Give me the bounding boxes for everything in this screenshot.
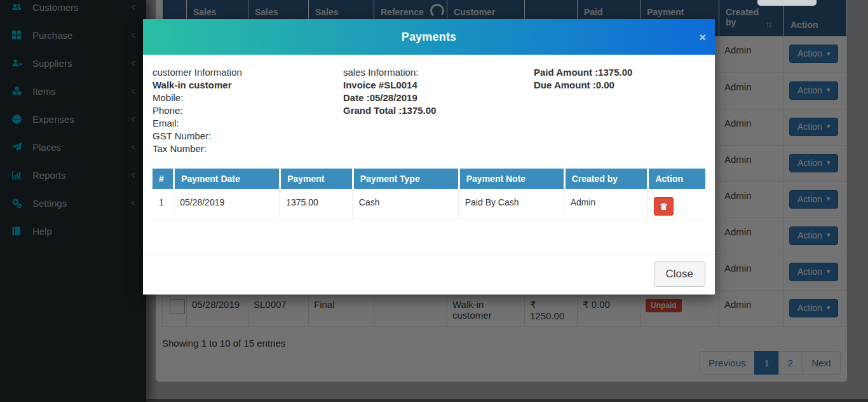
payment-cell-created-by: Admin (564, 189, 648, 219)
sales-info-heading: sales Information: (343, 66, 534, 79)
modal-body: customer Information Walk-in customer Mo… (143, 55, 715, 254)
modal-header: Payments × (143, 19, 715, 55)
app-window: SalesSalesSalesReferenceCustomerPaidPaym… (0, 0, 868, 402)
payment-cell-date: 05/28/2019 (173, 189, 279, 219)
payments-column-header: # (153, 169, 173, 189)
modal-title: Payments (402, 31, 457, 44)
customer-information: customer Information Walk-in customer Mo… (153, 66, 343, 155)
payments-modal: Payments × customer Information Walk-in … (143, 19, 715, 295)
payments-table: #Payment DatePaymentPayment TypePayment … (153, 169, 705, 219)
payment-cell-action (647, 189, 705, 219)
close-icon[interactable]: × (699, 31, 706, 43)
modal-footer: Close (143, 254, 715, 295)
customer-info-heading: customer Information (153, 66, 343, 79)
payments-column-header: Payment (279, 169, 352, 189)
sales-information: sales Information: Invoice #SL0014 Date … (343, 66, 534, 155)
gst-number-label: GST Number: (153, 130, 343, 142)
email-label: Email: (153, 117, 343, 130)
customer-name: Walk-in customer (153, 79, 343, 92)
due-amount: Due Amount :0.00 (534, 79, 705, 92)
payment-cell-type: Cash (352, 189, 458, 219)
mobile-label: Mobile: (153, 92, 343, 104)
phone-label: Phone: (153, 104, 343, 117)
grand-total: Grand Total :1375.00 (343, 104, 534, 117)
payment-row: 105/28/20191375.00CashPaid By CashAdmin (153, 189, 705, 219)
payments-column-header: Payment Date (173, 169, 279, 189)
invoice-number: Invoice #SL0014 (343, 79, 534, 92)
payment-cell-note: Paid By Cash (458, 189, 564, 219)
amounts-information: Paid Amount :1375.00 Due Amount :0.00 (534, 66, 705, 155)
delete-payment-button[interactable] (654, 197, 674, 216)
payments-column-header: Payment Note (458, 169, 564, 189)
payment-cell-amount: 1375.00 (279, 189, 352, 219)
close-button[interactable]: Close (654, 261, 705, 287)
payments-column-header: Action (647, 169, 705, 189)
tax-number-label: Tax Number: (153, 142, 343, 155)
search-input[interactable] (757, 0, 817, 6)
sale-date: Date :05/28/2019 (343, 92, 534, 104)
payments-column-header: Created by (564, 169, 648, 189)
paid-amount: Paid Amount :1375.00 (534, 66, 705, 79)
payment-cell-num: 1 (153, 189, 173, 219)
payments-table-header-row: #Payment DatePaymentPayment TypePayment … (153, 169, 705, 189)
payments-column-header: Payment Type (352, 169, 458, 189)
